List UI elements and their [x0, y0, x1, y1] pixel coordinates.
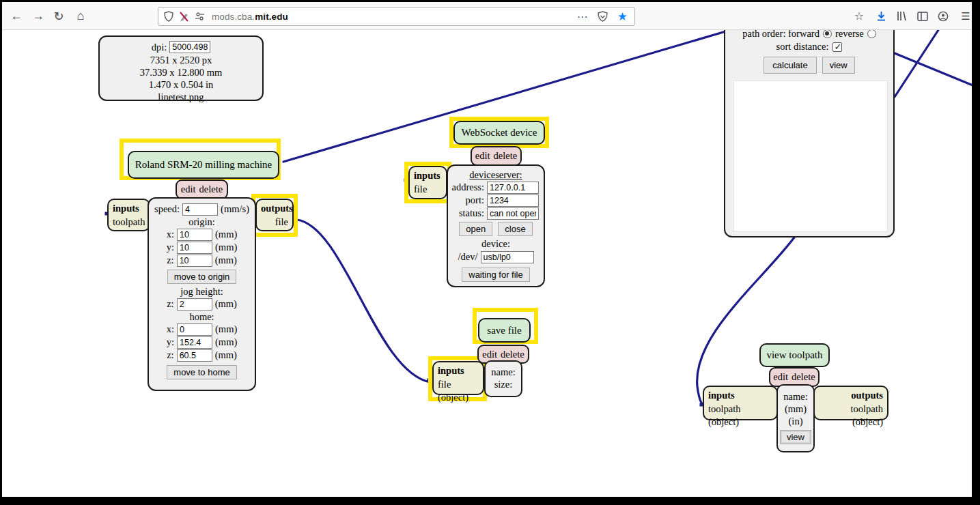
- dev-prefix-label: /dev/: [458, 251, 478, 263]
- permissions-icon[interactable]: [195, 12, 205, 21]
- viewtoolpath-inputs-port[interactable]: inputs toolpath (object): [703, 386, 778, 420]
- outputs-type: file: [261, 216, 288, 229]
- image-size-mm: 37.339 x 12.800 mm: [100, 66, 262, 78]
- home-x-label: x:: [167, 323, 174, 335]
- outputs-label: outputs: [819, 389, 883, 403]
- home-label: home:: [149, 311, 255, 323]
- delete-link[interactable]: delete: [501, 349, 524, 360]
- library-icon[interactable]: [892, 2, 912, 30]
- forward-button[interactable]: →: [28, 2, 48, 30]
- pathorder-view-button[interactable]: view: [822, 57, 855, 74]
- status-field: [487, 207, 539, 220]
- jog-z-label: z:: [167, 298, 173, 310]
- address-input[interactable]: [487, 182, 539, 194]
- back-button[interactable]: ←: [6, 2, 27, 30]
- open-button[interactable]: open: [459, 222, 492, 236]
- image-size-px: 7351 x 2520 px: [100, 54, 262, 66]
- outputs-label: outputs: [261, 202, 288, 216]
- unit-label: (mm): [215, 255, 237, 266]
- roland-module-title[interactable]: Roland SRM-20 milling machine: [128, 151, 279, 179]
- origin-x-input[interactable]: [177, 229, 212, 241]
- bookmark-star-icon[interactable]: ★: [617, 10, 628, 24]
- module-roland-body[interactable]: speed: (mm/s) origin: x:(mm) y:(mm) z:(m…: [148, 197, 256, 391]
- file-name-label: name:: [486, 366, 521, 378]
- port-input[interactable]: [487, 194, 539, 207]
- speed-unit: (mm/s): [221, 203, 249, 215]
- roland-outputs-port[interactable]: outputs file: [255, 199, 294, 231]
- unit-label: (mm): [215, 229, 237, 240]
- waiting-for-file-button[interactable]: waiting for file: [462, 268, 529, 282]
- delete-link[interactable]: delete: [792, 371, 815, 383]
- unit-label: (mm): [215, 336, 237, 348]
- jog-z-input[interactable]: [177, 298, 212, 311]
- view-toolpath-button[interactable]: view: [780, 430, 811, 444]
- downloads-icon[interactable]: [871, 2, 891, 30]
- websocket-inputs-port[interactable]: inputs file: [408, 166, 447, 199]
- tracking-shield-icon[interactable]: [164, 11, 173, 22]
- close-button[interactable]: close: [498, 222, 532, 236]
- savefile-inputs-port[interactable]: inputs file (object): [432, 361, 484, 395]
- unit-label: (mm): [215, 349, 237, 361]
- roland-edit-delete: editdelete: [176, 179, 228, 199]
- edit-link[interactable]: edit: [475, 150, 490, 162]
- save-to-library-icon[interactable]: ☆: [849, 2, 869, 30]
- home-z-input[interactable]: [177, 349, 212, 362]
- image-filename: linetest.png: [100, 91, 262, 103]
- websocket-module-title[interactable]: WebSocket device: [453, 121, 545, 145]
- origin-y-input[interactable]: [177, 242, 212, 254]
- inputs-label: inputs: [438, 364, 479, 378]
- dpi-input[interactable]: [169, 41, 210, 53]
- module-linetest-info[interactable]: dpi: 7351 x 2520 px 37.339 x 12.800 mm 1…: [98, 35, 264, 101]
- viewtoolpath-outputs-port[interactable]: outputs toolpath (object): [813, 386, 888, 420]
- module-websocket-body[interactable]: deviceserver: address: port: status: ope…: [447, 164, 545, 287]
- device-label: device:: [448, 237, 544, 250]
- edit-link[interactable]: edit: [482, 349, 497, 360]
- page-actions-icon[interactable]: ⋯: [577, 10, 588, 23]
- module-savefile-body[interactable]: name: size:: [484, 360, 522, 397]
- calculate-button[interactable]: calculate: [764, 57, 816, 74]
- sort-distance-checkbox[interactable]: [832, 42, 842, 52]
- pocket-icon[interactable]: [598, 11, 608, 22]
- module-pathorder-body[interactable]: path order: forward reverse sort distanc…: [724, 20, 895, 237]
- unit-label: (mm): [215, 298, 237, 310]
- sidebar-icon[interactable]: [912, 2, 933, 30]
- toolpath-preview-area: [733, 81, 888, 232]
- wire-outputs-to-savefile: [297, 220, 430, 382]
- move-to-origin-button[interactable]: move to origin: [167, 270, 237, 284]
- origin-z-input[interactable]: [177, 255, 212, 267]
- url-bar[interactable]: mods.cba.mit.edu ⋯ ★: [158, 7, 635, 26]
- reload-button[interactable]: ↻: [48, 2, 69, 30]
- account-icon[interactable]: [933, 2, 953, 30]
- toolpath-mm-label: (mm): [778, 403, 813, 415]
- device-input[interactable]: [481, 251, 534, 263]
- forward-radio[interactable]: [823, 29, 832, 38]
- sort-distance-label: sort distance:: [776, 41, 829, 53]
- deviceserver-label: deviceserver:: [448, 169, 544, 181]
- home-z-label: z:: [167, 349, 173, 361]
- home-x-input[interactable]: [177, 323, 212, 336]
- menu-hamburger-icon[interactable]: ☰: [955, 2, 972, 30]
- websocket-edit-delete: editdelete: [471, 146, 522, 166]
- viewtoolpath-module-title[interactable]: view toolpath: [759, 343, 830, 367]
- home-y-input[interactable]: [177, 336, 212, 349]
- roland-inputs-port[interactable]: inputs toolpath: [107, 199, 150, 231]
- delete-link[interactable]: delete: [494, 150, 518, 162]
- inputs-type: toolpath: [113, 216, 145, 229]
- edit-link[interactable]: edit: [181, 184, 196, 195]
- blocked-content-icon[interactable]: [179, 12, 189, 22]
- speed-input[interactable]: [182, 203, 218, 216]
- savefile-module-title[interactable]: save file: [478, 318, 531, 343]
- reverse-radio[interactable]: [867, 29, 876, 38]
- edit-link[interactable]: edit: [773, 371, 788, 383]
- inputs-label: inputs: [708, 389, 772, 403]
- home-button[interactable]: ⌂: [70, 2, 91, 30]
- move-to-home-button[interactable]: move to home: [167, 365, 236, 379]
- inputs-label: inputs: [414, 169, 442, 183]
- module-viewtoolpath-body[interactable]: name: (mm) (in) view: [776, 384, 815, 452]
- delete-link[interactable]: delete: [199, 184, 223, 195]
- inputs-type: toolpath (object): [708, 403, 772, 429]
- port-label: port:: [466, 194, 484, 206]
- url-text[interactable]: mods.cba.mit.edu: [212, 12, 288, 22]
- browser-window: dpi: 7351 x 2520 px 37.339 x 12.800 mm 1…: [2, 2, 972, 497]
- origin-y-label: y:: [167, 242, 174, 253]
